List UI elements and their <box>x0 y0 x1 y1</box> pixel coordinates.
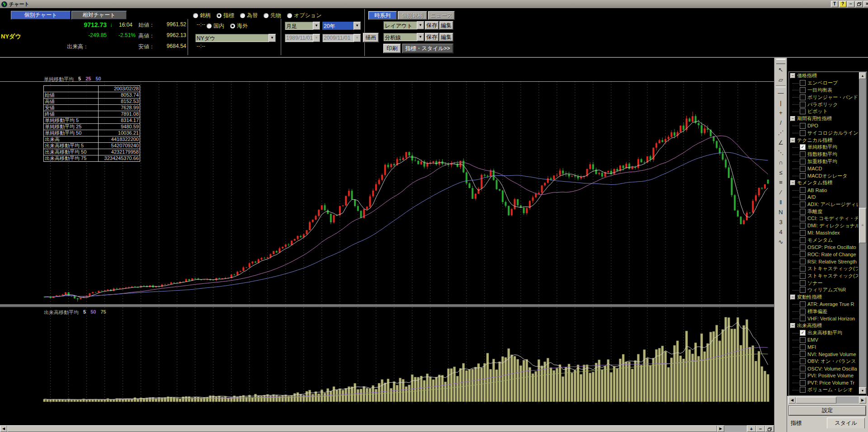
collapse-icon[interactable]: − <box>790 138 795 143</box>
indicator-item[interactable]: ピボット <box>789 108 858 115</box>
category-radio-options[interactable]: オプション <box>287 12 321 19</box>
indicator-item[interactable]: PVI: Positive Volume <box>789 372 858 379</box>
indicator-checkbox[interactable] <box>800 387 806 393</box>
radio-icon[interactable] <box>207 23 212 28</box>
indicator-group-2[interactable]: −テクニカル指標 <box>789 136 858 144</box>
indicator-group-4[interactable]: −変動性指標 <box>789 294 858 301</box>
pin-window-button[interactable]: T <box>831 1 838 7</box>
indicator-checkbox[interactable] <box>800 159 806 164</box>
freehand-tool-icon[interactable]: ∿ <box>776 237 786 247</box>
indicator-checkbox[interactable] <box>800 251 806 257</box>
indicator-checkbox[interactable] <box>800 273 806 279</box>
indicator-checkbox[interactable] <box>800 366 806 371</box>
indicator-item[interactable]: EMV <box>789 336 858 343</box>
indicator-item[interactable]: MACDオシレータ <box>789 172 858 179</box>
indicator-group-0[interactable]: −価格指標 <box>789 72 858 80</box>
indicator-item[interactable]: MI: MassIndex <box>789 230 858 237</box>
scroll-left-icon[interactable]: ◀ <box>0 425 7 432</box>
fibonacci-arc-tool-icon[interactable]: ∩ <box>776 158 786 167</box>
indicator-style-button[interactable]: 指標・スタイル>> <box>402 44 453 53</box>
radio-icon[interactable] <box>264 13 269 18</box>
indicator-group-3[interactable]: −モメンタム指標 <box>789 179 858 187</box>
indicator-checkbox[interactable]: ✓ <box>800 330 806 336</box>
zoom-out-button[interactable]: − <box>756 425 765 432</box>
radio-icon[interactable] <box>240 13 245 18</box>
indicator-item[interactable]: OSCV: Volume Oscilla <box>789 365 858 372</box>
radio-icon[interactable] <box>217 13 222 18</box>
indicator-item[interactable]: ROC: Rate of Change <box>789 251 858 258</box>
indicator-checkbox[interactable] <box>800 187 806 193</box>
indicator-item[interactable]: ストキャスティック(ファ <box>789 265 858 272</box>
scroll-right-icon[interactable]: ▶ <box>717 425 724 432</box>
indicator-checkbox[interactable] <box>800 358 806 364</box>
indicator-checkbox[interactable] <box>800 216 806 221</box>
indicator-item[interactable]: ボリンジャー・バンド <box>789 94 858 101</box>
timeseries-button[interactable]: 時系列 <box>368 11 396 19</box>
scroll-down-icon[interactable]: ▼ <box>859 387 866 394</box>
collapse-icon[interactable]: − <box>790 73 795 78</box>
region-radio-domestic[interactable]: 国内 <box>207 22 224 30</box>
indicator-checkbox[interactable] <box>800 202 806 207</box>
indicator-checkbox[interactable] <box>800 173 806 179</box>
trend-segment-tool-icon[interactable]: ∕ <box>776 188 786 197</box>
chevron-down-icon[interactable]: ▼ <box>417 33 424 41</box>
draw-button[interactable]: 描画 <box>363 33 378 42</box>
pointer-tool-icon[interactable]: ↖ <box>776 65 786 75</box>
indicator-item[interactable]: 標準偏差 <box>789 308 858 315</box>
tree-vertical-scrollbar[interactable]: ▲ ≡ ▼ <box>859 72 866 394</box>
category-radio-indices[interactable]: 指標 <box>217 12 234 19</box>
zoom-reset-button[interactable] <box>765 425 774 432</box>
zigzag-line-tool-icon[interactable]: N <box>776 207 786 217</box>
indicator-item[interactable]: ストキャスティック(スロ <box>789 272 858 279</box>
cross-line-tool-icon[interactable]: + <box>776 108 786 117</box>
indicator-checkbox[interactable] <box>800 301 806 307</box>
collapse-icon[interactable]: − <box>790 116 795 121</box>
zoom-in-button[interactable]: + <box>747 425 756 432</box>
analysis-line-select[interactable]: 分析線 ▼ <box>383 33 424 41</box>
indicator-checkbox[interactable] <box>800 80 806 86</box>
indicator-checkbox[interactable] <box>800 373 806 379</box>
indicator-checkbox[interactable] <box>800 266 806 272</box>
date-from-select[interactable]: 1989/11/01 ▼ <box>285 34 320 42</box>
horizontal-line-tool-icon[interactable]: — <box>776 88 786 98</box>
indicator-checkbox[interactable] <box>800 258 806 264</box>
tab-style[interactable]: スタイル <box>827 418 865 428</box>
speed-resistance-tool-icon[interactable]: ≤ <box>776 168 786 177</box>
indicator-checkbox[interactable]: ✓ <box>800 144 806 150</box>
tab-individual-chart[interactable]: 個別チャート <box>11 11 71 19</box>
indicator-checkbox[interactable] <box>800 244 806 250</box>
indicator-item[interactable]: モメンタム <box>789 236 858 244</box>
indicator-checkbox[interactable] <box>800 344 806 350</box>
indicator-item[interactable]: ✓出来高移動平均 <box>789 329 858 337</box>
eraser-tool-icon[interactable]: ▱ <box>776 75 786 85</box>
indicator-checkbox[interactable] <box>800 151 806 157</box>
date-to-select[interactable]: 2009/11/01 ▼ <box>322 34 361 42</box>
indicator-group-5[interactable]: −出来高指標 <box>789 322 858 329</box>
indicator-item[interactable]: OSCP: Price Oscillato <box>789 244 858 251</box>
print-button[interactable]: 印刷 <box>383 44 401 53</box>
speed-line-tool-icon[interactable]: ⋱ <box>776 148 786 157</box>
fibonacci-retracement-tool-icon[interactable]: ≡ <box>776 178 786 187</box>
indicator-item[interactable]: 乖離度 <box>789 208 858 215</box>
scroll-left-icon[interactable]: ◀ <box>788 397 796 404</box>
chevron-down-icon[interactable]: ▼ <box>354 22 361 30</box>
indicator-item[interactable]: エンベロープ <box>789 80 858 87</box>
indicator-checkbox[interactable] <box>800 94 806 100</box>
minimize-button[interactable]: − <box>847 1 854 7</box>
indicator-checkbox[interactable] <box>800 237 806 243</box>
chevron-down-icon[interactable]: ▼ <box>269 34 276 42</box>
indicator-checkbox[interactable] <box>800 230 806 236</box>
restore-button[interactable] <box>855 1 863 7</box>
indicator-item[interactable]: NVI: Negative Volume <box>789 351 858 358</box>
layout-select[interactable]: レイアウト ▼ <box>383 21 424 29</box>
collapse-icon[interactable]: − <box>790 180 795 185</box>
indicator-item[interactable]: ソナー <box>789 279 858 286</box>
analysis-edit-button[interactable]: 編集 <box>439 33 453 41</box>
indicator-item[interactable]: MACD <box>789 165 858 172</box>
indicator-checkbox[interactable] <box>800 108 806 114</box>
region-radio-overseas[interactable]: 海外 <box>230 22 248 30</box>
parallel-channel-tool-icon[interactable]: ‖ <box>776 197 786 207</box>
category-radio-futures[interactable]: 先物 <box>264 12 281 19</box>
indicator-checkbox[interactable] <box>800 380 806 386</box>
indicator-item[interactable]: 加重移動平均 <box>789 158 858 165</box>
